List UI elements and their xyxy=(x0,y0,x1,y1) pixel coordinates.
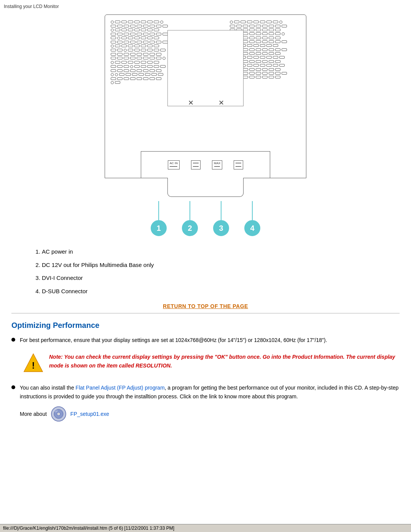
circle-label-4: 4 xyxy=(244,220,260,236)
connector-list: AC power in DC 12V out for Philips Multi… xyxy=(34,248,400,296)
connector-port-1: AC IN━━━━ xyxy=(168,160,180,169)
svg-text:!: ! xyxy=(32,360,35,371)
line-1 xyxy=(158,201,159,220)
page-breadcrumb: Installing your LCD Monitor xyxy=(4,4,59,9)
connector-port-2: ━━━━━━ xyxy=(191,160,201,169)
bullet-dot-2 xyxy=(11,385,15,389)
circle-label-3: 3 xyxy=(213,220,229,236)
warning-body: You can check the current display settin… xyxy=(49,354,395,368)
warning-text: Note: You can check the current display … xyxy=(49,353,397,370)
status-bar: file:///D|/Grace/K1/english/170b2m/insta… xyxy=(0,524,411,532)
stand-area xyxy=(167,178,244,197)
connector-port-4: ━━━━━━ xyxy=(234,160,243,169)
connector-port-3: MAX━━━ xyxy=(212,160,222,169)
line-4 xyxy=(252,201,253,220)
svg-point-5 xyxy=(58,413,59,415)
center-panel xyxy=(167,30,244,106)
monitor-back-panel: ✕ ✕ AC IN━━━━ ━━━━━━ MAX━━━ ━━━━━━ xyxy=(105,14,306,178)
bullet-dot-1 xyxy=(11,338,15,342)
bullet-text-2: You can also install the Flat Panel Adju… xyxy=(20,383,400,401)
list-item-3: DVI-I Connector xyxy=(42,274,400,283)
fp-setup-link[interactable]: FP_setup01.exe xyxy=(70,411,109,417)
section-divider xyxy=(11,313,400,313)
status-text: file:///D|/Grace/K1/english/170b2m/insta… xyxy=(3,526,174,531)
list-item-2: DC 12V out for Philips Multimedia Base o… xyxy=(42,261,400,270)
monitor-diagram: ✕ ✕ AC IN━━━━ ━━━━━━ MAX━━━ ━━━━━━ 1 2 xyxy=(99,14,312,236)
warning-box: ! Note: You can check the current displa… xyxy=(20,350,400,377)
cross-icon-right: ✕ xyxy=(218,99,224,107)
warning-icon: ! xyxy=(23,353,44,374)
list-item-4: D-SUB Connector xyxy=(42,287,400,296)
more-about-row: More about FP_setup01.exe xyxy=(20,406,400,422)
cross-icon-left: ✕ xyxy=(188,99,194,107)
optimizing-section: Optimizing Performance For best performa… xyxy=(11,321,400,422)
bullet-item-2: You can also install the Flat Panel Adju… xyxy=(11,383,400,401)
line-2 xyxy=(190,201,190,220)
fp-adjust-link[interactable]: Flat Panel Adjust (FP Adjust) program xyxy=(76,385,165,391)
note-label: Note: xyxy=(49,354,63,360)
return-to-top-link[interactable]: RETURN TO TOP OF THE PAGE xyxy=(163,303,248,309)
circle-1: 1 xyxy=(151,201,167,236)
circle-2: 2 xyxy=(182,201,198,236)
more-about-label: More about xyxy=(20,411,47,417)
line-3 xyxy=(221,201,221,220)
circle-3: 3 xyxy=(213,201,229,236)
circle-label-2: 2 xyxy=(182,220,198,236)
circle-label-1: 1 xyxy=(151,220,167,236)
list-item-1: AC power in xyxy=(42,248,400,256)
connector-area: AC IN━━━━ ━━━━━━ MAX━━━ ━━━━━━ xyxy=(141,151,270,178)
numbered-circles: 1 2 3 4 xyxy=(143,201,268,236)
cd-icon xyxy=(51,406,67,422)
return-link-container: RETURN TO TOP OF THE PAGE xyxy=(11,303,400,309)
bullet-item-1: For best performance, ensure that your d… xyxy=(11,336,400,344)
circle-4: 4 xyxy=(244,201,260,236)
bullet-text-1: For best performance, ensure that your d… xyxy=(20,336,327,344)
optimizing-title: Optimizing Performance xyxy=(11,321,400,330)
